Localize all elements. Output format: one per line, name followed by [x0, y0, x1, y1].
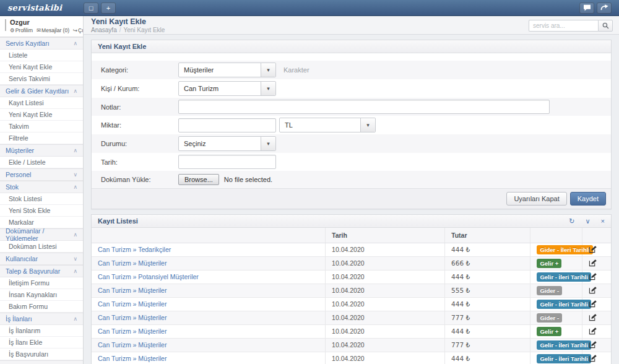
sidebar-sections: Servis Kayıtları∧ListeleYeni Kayıt EkleS… [0, 37, 83, 364]
sidebar-section-dok-manlar-y-klemeler[interactable]: Dokümanlar / Yüklemeler∧ [0, 228, 83, 241]
save-button[interactable]: Kaydet [570, 192, 606, 206]
record-link[interactable]: Can Turizm » Müşteriler [98, 341, 167, 349]
edit-icon[interactable] [589, 286, 597, 294]
topbar-right [579, 2, 614, 14]
sidebar-section-m-teriler[interactable]: Müşteriler∧ [0, 144, 83, 157]
search-icon [602, 22, 609, 29]
form-spacer [92, 53, 611, 61]
status-badge: Gelir + [537, 327, 561, 336]
app-logo[interactable]: servistakibi [7, 3, 62, 12]
edit-icon[interactable] [589, 327, 597, 335]
sidebar-item-filtrele[interactable]: Filtrele [0, 132, 83, 144]
record-link[interactable]: Can Turizm » Potansiyel Müşteriler [98, 273, 199, 280]
sidebar-item-i-i-lanlar-m[interactable]: İş İlanlarım [0, 325, 83, 337]
status-badge: Gelir + [537, 259, 561, 268]
sidebar-section-stok[interactable]: Stok∧ [0, 181, 83, 193]
sidebar-item-stok-listesi[interactable]: Stok Listesi [0, 193, 83, 205]
edit-icon[interactable] [589, 272, 597, 280]
sidebar-section-firma-bilgileri[interactable]: Firma Bilgileri∧ [0, 360, 83, 364]
form-row-person: Kişi / Kurum: Can Turizm ▾ [92, 79, 611, 98]
search-button[interactable] [598, 20, 613, 32]
sidebar-item-takvim[interactable]: Takvim [0, 121, 83, 132]
date-input[interactable] [178, 155, 276, 169]
record-link[interactable]: Can Turizm » Müşteriler [98, 355, 167, 362]
notes-input[interactable] [178, 100, 550, 114]
status-select[interactable]: Seçiniz ▾ [178, 136, 276, 151]
record-link[interactable]: Can Turizm » Müşteriler [98, 259, 167, 267]
section-label: Dokümanlar / Yüklemeler [6, 227, 73, 242]
record-amount: 777 ₺ [445, 311, 530, 324]
edit-icon[interactable] [589, 340, 597, 349]
sidebar-section-kullan-c-lar[interactable]: Kullanıcılar∨ [0, 253, 83, 265]
sidebar: Ozgur ⚙Profilim ✉Mesajlar (0) ↪Çıkış Ser… [0, 16, 84, 364]
messages-button[interactable] [579, 2, 594, 14]
currency-select[interactable]: TL ▾ [279, 118, 376, 132]
record-link[interactable]: Can Turizm » Müşteriler [98, 287, 167, 294]
sidebar-item-i-ba-vurular[interactable]: İş Başvuruları [0, 349, 83, 360]
logout-link[interactable]: ↪Çıkış [73, 27, 84, 33]
sidebar-item-kay-t-listesi[interactable]: Kayıt Listesi [0, 97, 83, 109]
record-link[interactable]: Can Turizm » Tedarikçiler [98, 246, 171, 253]
upload-label: Doküman Yükle: [101, 176, 178, 183]
sidebar-item-ekle-listele[interactable]: Ekle / Listele [0, 157, 83, 168]
sidebar-item-yeni-stok-ekle[interactable]: Yeni Stok Ekle [0, 205, 83, 217]
record-link[interactable]: Can Turizm » Müşteriler [98, 327, 167, 335]
amount-label: Miktar: [101, 121, 178, 129]
sidebar-item-dok-man-listesi[interactable]: Doküman Listesi [0, 241, 83, 253]
user-box: Ozgur ⚙Profilim ✉Mesajlar (0) ↪Çıkış [0, 16, 83, 37]
table-row: Can Turizm » Müşteriler10.04.2020777 ₺Ge… [92, 338, 611, 352]
sidebar-section-servis-kay-tlar[interactable]: Servis Kayıtları∧ [0, 37, 83, 50]
breadcrumb-home[interactable]: Anasayfa [91, 27, 117, 33]
sidebar-item-i-nsan-kaynaklar[interactable]: İnsan Kaynakları [0, 289, 83, 301]
sidebar-section-talep-ba-vurular[interactable]: Talep & Başvurular∧ [0, 265, 83, 277]
sidebar-item-listele[interactable]: Listele [0, 50, 83, 61]
profile-link[interactable]: ⚙Profilim [10, 27, 33, 33]
record-amount: 777 ₺ [445, 338, 530, 352]
record-date: 10.04.2020 [326, 338, 445, 352]
category-select[interactable]: Müşteriler ▾ [178, 63, 276, 77]
forward-button[interactable] [597, 2, 612, 14]
person-select[interactable]: Can Turizm ▾ [178, 81, 276, 96]
logout-icon: ↪ [73, 27, 77, 33]
edit-icon[interactable] [589, 259, 597, 267]
refresh-icon[interactable]: ↻ [569, 218, 574, 225]
amount-input[interactable] [178, 118, 276, 132]
column-date: Tarih [326, 228, 445, 243]
sidebar-section-personel[interactable]: Personel∨ [0, 168, 83, 181]
sidebar-item-yeni-kay-t-ekle[interactable]: Yeni Kayıt Ekle [0, 61, 83, 73]
main-area: Yeni Kayıt Ekle Anasayfa/Yeni Kayıt Ekle [84, 16, 619, 364]
record-amount: 444 ₺ [445, 352, 530, 364]
form-row-category: Kategori: Müşteriler ▾ Karakter [92, 61, 611, 79]
window-button[interactable]: □ [84, 2, 98, 14]
browse-button[interactable]: Browse... [178, 174, 219, 185]
edit-icon[interactable] [589, 354, 597, 362]
form-row-notes: Notlar: [92, 98, 611, 116]
table-row: Can Turizm » Potansiyel Müşteriler10.04.… [92, 270, 611, 284]
record-date: 10.04.2020 [326, 297, 445, 311]
status-badge: Gelir - İleri Tarihli [537, 340, 591, 350]
messages-link[interactable]: ✉Mesajlar (0) [37, 27, 69, 33]
sidebar-item-bak-m-formu[interactable]: Bakım Formu [0, 301, 83, 313]
search-input[interactable] [529, 20, 598, 32]
sidebar-section-i-i-lanlar[interactable]: İş İlanları∧ [0, 313, 83, 325]
sidebar-section-gelir-gider-kay-tlar[interactable]: Gelir & Gider Kayıtları∧ [0, 85, 83, 97]
edit-icon[interactable] [589, 313, 597, 321]
record-link[interactable]: Can Turizm » Müşteriler [98, 314, 167, 321]
table-row: Can Turizm » Müşteriler10.04.2020444 ₺Ge… [92, 352, 611, 364]
edit-icon[interactable] [589, 300, 597, 308]
table-row: Can Turizm » Müşteriler10.04.2020777 ₺Gi… [92, 311, 611, 324]
edit-icon[interactable] [589, 245, 597, 253]
record-link[interactable]: Can Turizm » Müşteriler [98, 300, 167, 308]
close-warnings-button[interactable]: Uyarıları Kapat [506, 192, 566, 206]
sidebar-item-i-leti-im-formu[interactable]: İletişim Formu [0, 277, 83, 289]
record-date: 10.04.2020 [326, 284, 445, 297]
collapse-icon[interactable]: ∨ [586, 218, 591, 225]
sidebar-item-servis-takvimi[interactable]: Servis Takvimi [0, 73, 83, 85]
add-button[interactable]: + [101, 2, 116, 14]
sidebar-item-i-i-lan-ekle[interactable]: İş İlanı Ekle [0, 337, 83, 349]
table-row: Can Turizm » Müşteriler10.04.2020666 ₺Ge… [92, 256, 611, 270]
status-badge: Gelir - İleri Tarihli [537, 272, 591, 282]
sidebar-item-yeni-kay-t-ekle[interactable]: Yeni Kayıt Ekle [0, 109, 83, 121]
close-icon[interactable]: × [601, 218, 605, 225]
caret-down-icon: ▾ [261, 82, 275, 95]
